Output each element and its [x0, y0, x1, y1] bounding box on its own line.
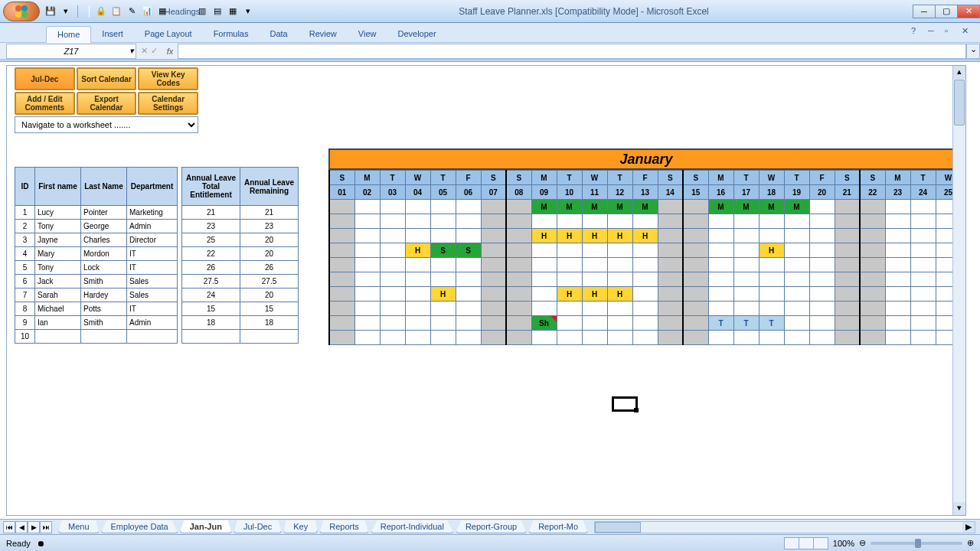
status-ready: Ready	[6, 539, 31, 548]
layout3-icon[interactable]: ▦	[227, 5, 239, 18]
table-row[interactable]: 10	[15, 330, 299, 344]
zoom-in-icon[interactable]: ⊕	[967, 538, 974, 548]
table-row[interactable]: 9IanSmithAdmin1818	[15, 316, 299, 330]
calendar-settings-button[interactable]: Calendar Settings	[138, 92, 198, 115]
month-header: January	[328, 148, 964, 170]
calendar-row[interactable]: HSSH	[329, 243, 961, 258]
sheet-nav-first-icon[interactable]: ⏮	[3, 521, 15, 533]
svg-point-0	[15, 5, 21, 11]
ribbon-tab-formulas[interactable]: Formulas	[203, 26, 260, 42]
table-row[interactable]: 2TonyGeorgeAdmin2323	[15, 220, 299, 233]
cancel-fx-icon[interactable]: ✕	[141, 46, 148, 56]
ribbon-tab-view[interactable]: View	[348, 26, 387, 42]
title-bar: 💾 ▾ 🔒 📋 ✎ 📊 ▦ Headings ▥ ▤ ▦ ▾ Staff Lea…	[0, 0, 980, 23]
enter-fx-icon[interactable]: ✓	[151, 46, 158, 56]
ribbon-close-icon[interactable]: ✕	[962, 26, 972, 37]
sheet-nav-prev-icon[interactable]: ◀	[15, 521, 28, 533]
table-row[interactable]: 6JackSmithSales27.527.5	[15, 275, 299, 289]
table-row[interactable]: 5TonyLockIT2626	[15, 261, 299, 275]
calendar-row[interactable]: MMMMMMMMM	[329, 200, 961, 214]
ribbon-tab-home[interactable]: Home	[46, 26, 91, 43]
quick-access-toolbar: 💾 ▾ 🔒 📋 ✎ 📊 ▦ Headings ▥ ▤ ▦ ▾	[44, 5, 254, 18]
calendar-row[interactable]	[329, 331, 961, 345]
ribbon-tab-data[interactable]: Data	[259, 26, 298, 42]
style-label: Headings	[176, 5, 188, 18]
sheet-tab-menu[interactable]: Menu	[58, 520, 100, 533]
sheet-tab-report-group[interactable]: Report-Group	[456, 520, 527, 533]
name-box[interactable]: Z17 ▾	[6, 44, 136, 59]
ribbon-tab-developer[interactable]: Developer	[387, 26, 446, 42]
export-calendar-button[interactable]: Export Calendar	[77, 92, 137, 115]
view-key-codes-button[interactable]: View Key Codes	[138, 67, 198, 90]
sheet-nav-next-icon[interactable]: ▶	[28, 521, 40, 533]
calendar-row[interactable]: HHHH	[329, 287, 961, 302]
table-row[interactable]: 7SarahHardeySales2420	[15, 289, 299, 302]
save-icon[interactable]: 💾	[44, 5, 57, 18]
table-row[interactable]: 3JayneCharlesDirector2520	[15, 233, 299, 247]
ribbon-minimize-icon[interactable]: ─	[928, 26, 939, 37]
edit-icon[interactable]: ✎	[126, 5, 138, 18]
ribbon-tab-review[interactable]: Review	[299, 26, 348, 42]
ribbon-tab-insert[interactable]: Insert	[91, 26, 134, 42]
add-edit-comments-button[interactable]: Add / Edit Comments	[15, 92, 75, 115]
dropdown-icon[interactable]: ▾	[60, 5, 72, 18]
sheet-tab-report-mo[interactable]: Report-Mo	[528, 520, 588, 533]
minimize-button[interactable]: ─	[913, 5, 936, 18]
sheet-tab-key[interactable]: Key	[283, 520, 318, 533]
namebox-dropdown-icon[interactable]: ▾	[129, 46, 134, 56]
table-row[interactable]: 1LucyPointerMarketing2121	[15, 206, 299, 220]
zoom-out-icon[interactable]: ⊖	[859, 538, 866, 548]
navigate-worksheet-select[interactable]: Navigate to a worksheet .......	[15, 116, 198, 133]
copy-icon[interactable]: 📋	[110, 5, 122, 18]
calendar-row[interactable]	[329, 258, 961, 272]
dropdown2-icon[interactable]: ▾	[242, 5, 254, 18]
calendar-grid[interactable]: SMTWTFSSMTWTFSSMTWTFSSMTW010203040506070…	[328, 170, 962, 345]
sheet-tab-report-individual[interactable]: Report-Individual	[371, 520, 454, 533]
calendar-row[interactable]: HHHHH	[329, 229, 961, 243]
view-normal-icon[interactable]	[784, 537, 799, 549]
chart-icon[interactable]: 📊	[141, 5, 153, 18]
maximize-button[interactable]: ▢	[935, 5, 958, 18]
close-button[interactable]: ✕	[957, 5, 980, 18]
calendar-row[interactable]: ShTTT	[329, 316, 961, 331]
vertical-scrollbar[interactable]: ▴ ▾	[952, 66, 965, 515]
office-button[interactable]	[3, 2, 40, 21]
sheet-tab-jul-dec[interactable]: Jul-Dec	[234, 520, 282, 533]
ribbon-tabs: HomeInsertPage LayoutFormulasDataReviewV…	[0, 23, 980, 43]
table-row[interactable]: 8MichaelPottsIT1515	[15, 302, 299, 316]
calendar-row[interactable]	[329, 302, 961, 316]
scroll-up-icon[interactable]: ▴	[953, 66, 965, 79]
fx-icon[interactable]: fx	[162, 47, 178, 56]
layout1-icon[interactable]: ▥	[196, 5, 208, 18]
help-icon[interactable]: ?	[911, 26, 922, 37]
sheet-tab-bar: ⏮ ◀ ▶ ⏭ MenuEmployee DataJan-JunJul-DecK…	[0, 519, 980, 534]
sheet-tab-jan-jun[interactable]: Jan-Jun	[180, 520, 232, 533]
selected-cell-marker	[612, 396, 638, 412]
formula-expand-icon[interactable]: ⌄	[966, 44, 980, 59]
juldec-button[interactable]: Jul-Dec	[15, 67, 75, 90]
calendar-row[interactable]	[329, 214, 961, 229]
view-layout-icon[interactable]	[799, 537, 814, 549]
layout2-icon[interactable]: ▤	[211, 5, 224, 18]
sheet-nav-last-icon[interactable]: ⏭	[40, 521, 52, 533]
control-panel: Jul-Dec Sort Calendar View Key Codes Add…	[15, 67, 198, 133]
svg-point-2	[15, 11, 21, 18]
horizontal-scrollbar[interactable]: ◀ ▶	[594, 521, 975, 533]
hscroll-right-icon[interactable]: ▶	[962, 522, 975, 533]
view-pagebreak-icon[interactable]	[813, 537, 828, 549]
macro-record-icon[interactable]: ⏺	[37, 539, 45, 548]
scroll-down-icon[interactable]: ▾	[953, 502, 965, 515]
ribbon-restore-icon[interactable]: ▫	[945, 26, 956, 37]
sort-calendar-button[interactable]: Sort Calendar	[77, 67, 137, 90]
workspace: Jul-Dec Sort Calendar View Key Codes Add…	[0, 61, 980, 519]
formula-input[interactable]	[178, 44, 966, 59]
sheet-tab-reports[interactable]: Reports	[319, 520, 369, 533]
scroll-thumb[interactable]	[954, 80, 965, 126]
ribbon-tab-page-layout[interactable]: Page Layout	[134, 26, 203, 42]
table-row[interactable]: 4MaryMordonIT2220	[15, 247, 299, 261]
lock-icon[interactable]: 🔒	[95, 5, 107, 18]
zoom-slider[interactable]	[871, 542, 962, 545]
sheet-tab-employee-data[interactable]: Employee Data	[101, 520, 178, 533]
calendar-area: January SMTWTFSSMTWTFSSMTWTFSSMTW0102030…	[328, 148, 964, 345]
calendar-row[interactable]	[329, 272, 961, 287]
